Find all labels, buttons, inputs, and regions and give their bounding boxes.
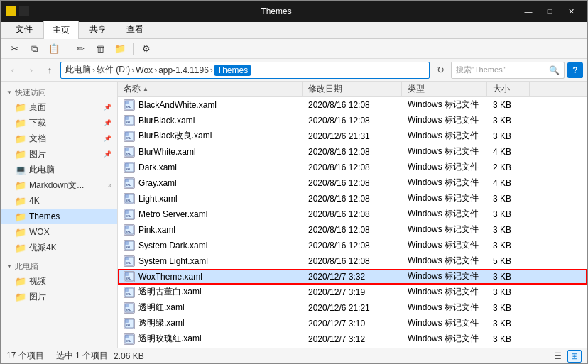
file-type-cell: Windows 标记文件 bbox=[402, 175, 487, 190]
file-name: WoxTheme.xaml bbox=[138, 272, 202, 282]
copy-button[interactable]: ⧉ bbox=[25, 41, 43, 57]
file-size-cell: 3 KB bbox=[487, 97, 530, 112]
table-row[interactable]: XML 透明古董白.xaml 2020/12/7 3:19 Windows 标记… bbox=[118, 285, 587, 300]
help-button[interactable]: ? bbox=[567, 62, 583, 78]
col-header-name[interactable]: 名称 ▲ bbox=[118, 82, 303, 96]
svg-rect-37 bbox=[125, 288, 129, 292]
table-row[interactable]: XML BlurBlack改良.xaml 2020/12/6 21:31 Win… bbox=[118, 128, 587, 144]
rename-button[interactable]: ✏ bbox=[71, 41, 89, 57]
file-name: BlackAndWhite.xaml bbox=[138, 100, 217, 110]
file-date-cell: 2020/8/16 12:08 bbox=[303, 113, 402, 128]
properties-button[interactable]: ⚙ bbox=[137, 41, 156, 57]
table-row[interactable]: XML BlackAndWhite.xaml 2020/8/16 12:08 W… bbox=[118, 97, 587, 113]
sidebar-item-youpaike[interactable]: 📁 优派4K bbox=[1, 240, 117, 255]
sidebar-item-video[interactable]: 📁 视频 bbox=[1, 273, 117, 289]
tab-home[interactable]: 主页 bbox=[43, 21, 79, 39]
tab-view[interactable]: 查看 bbox=[117, 20, 153, 38]
path-wox[interactable]: Wox bbox=[136, 65, 153, 75]
sort-arrow-icon: ▲ bbox=[143, 86, 148, 92]
sidebar-item-pics[interactable]: 📁 图片 bbox=[1, 289, 117, 304]
main-content: ▼ 快速访问 📁 桌面 📌 📁 下载 📌 📁 文档 📌 📁 图片 bbox=[1, 82, 587, 348]
refresh-button[interactable]: ↻ bbox=[432, 62, 448, 78]
sidebar-item-downloads[interactable]: 📁 下载 📌 bbox=[1, 115, 117, 131]
file-size-cell: 4 KB bbox=[487, 175, 530, 190]
toolbar-divider-2 bbox=[133, 43, 134, 55]
col-header-date[interactable]: 修改日期 bbox=[303, 82, 402, 96]
table-row[interactable]: XML 透明玫瑰红.xaml 2020/12/7 3:12 Windows 标记… bbox=[118, 331, 587, 347]
path-themes[interactable]: Themes bbox=[214, 65, 251, 76]
new-folder-button[interactable]: 📁 bbox=[111, 41, 129, 57]
file-size-cell: 3 KB bbox=[487, 238, 530, 253]
table-row[interactable]: XML Metro Server.xaml 2020/8/16 12:08 Wi… bbox=[118, 206, 587, 222]
search-icon[interactable]: 🔍 bbox=[549, 65, 560, 75]
file-name: Dark.xaml bbox=[138, 162, 177, 172]
file-name-cell: XML Metro Server.xaml bbox=[118, 206, 303, 221]
file-date-cell: 2020/8/16 12:08 bbox=[303, 238, 402, 253]
minimize-button[interactable]: — bbox=[518, 1, 539, 22]
table-row[interactable]: XML Light.xaml 2020/8/16 12:08 Windows 标… bbox=[118, 191, 587, 206]
file-name: BlurBlack改良.xaml bbox=[138, 130, 212, 142]
table-row[interactable]: XML WoxTheme.xaml 2020/12/7 3:32 Windows… bbox=[118, 269, 587, 285]
sidebar-item-themes[interactable]: 📁 Themes bbox=[1, 209, 117, 224]
sidebar-item-computer[interactable]: 💻 此电脑 bbox=[1, 162, 117, 177]
sidebar-item-4k[interactable]: 📁 4K bbox=[1, 193, 117, 209]
svg-rect-34 bbox=[125, 272, 129, 276]
sidebar-item-pictures[interactable]: 📁 图片 📌 bbox=[1, 146, 117, 162]
table-row[interactable]: XML Pink.xaml 2020/8/16 12:08 Windows 标记… bbox=[118, 222, 587, 238]
table-row[interactable]: XML System Light.xaml 2020/8/16 12:08 Wi… bbox=[118, 253, 587, 269]
window-controls: — □ ✕ bbox=[518, 1, 582, 22]
paste-button[interactable]: 📋 bbox=[45, 41, 63, 57]
col-scroll bbox=[530, 82, 541, 96]
svg-text:XML: XML bbox=[126, 152, 131, 155]
file-name: System Light.xaml bbox=[138, 256, 208, 266]
file-date-cell: 2020/12/6 21:31 bbox=[303, 128, 402, 143]
file-size-cell: 4 KB bbox=[487, 144, 530, 159]
cut-button[interactable]: ✂ bbox=[5, 41, 23, 57]
path-drive[interactable]: 软件 (D:) bbox=[97, 64, 130, 76]
table-row[interactable]: XML BlurBlack.xaml 2020/8/16 12:08 Windo… bbox=[118, 113, 587, 128]
xaml-file-icon: XML bbox=[124, 177, 135, 189]
back-button[interactable]: ‹ bbox=[5, 62, 21, 78]
table-row[interactable]: XML 透明红.xaml 2020/12/6 21:21 Windows 标记文… bbox=[118, 300, 587, 316]
file-size-cell: 3 KB bbox=[487, 331, 530, 346]
file-name-cell: XML 透明玫瑰红.xaml bbox=[118, 331, 303, 346]
forward-button[interactable]: › bbox=[23, 62, 39, 78]
xaml-file-icon: XML bbox=[124, 271, 135, 282]
table-row[interactable]: XML Dark.xaml 2020/8/16 12:08 Windows 标记… bbox=[118, 160, 587, 175]
sidebar-item-docs[interactable]: 📁 文档 📌 bbox=[1, 131, 117, 146]
toolbar-divider-1 bbox=[67, 43, 67, 55]
sidebar-item-desktop[interactable]: 📁 桌面 📌 bbox=[1, 99, 117, 115]
path-app[interactable]: app-1.4.1196 bbox=[158, 65, 209, 75]
path-computer[interactable]: 此电脑 bbox=[65, 64, 91, 76]
search-box[interactable]: 搜索"Themes" 🔍 bbox=[451, 62, 565, 79]
folder-icon: 📁 bbox=[15, 276, 26, 287]
details-view-button[interactable]: ☰ bbox=[550, 350, 565, 363]
col-header-type[interactable]: 类型 bbox=[402, 82, 487, 96]
file-name: Gray.xaml bbox=[138, 178, 177, 188]
col-header-size[interactable]: 大小 bbox=[487, 82, 530, 96]
table-row[interactable]: XML Gray.xaml 2020/8/16 12:08 Windows 标记… bbox=[118, 175, 587, 191]
svg-text:XML: XML bbox=[126, 308, 131, 311]
svg-rect-19 bbox=[125, 194, 129, 198]
file-date-cell: 2020/8/16 12:08 bbox=[303, 175, 402, 190]
table-row[interactable]: XML 透明绿.xaml 2020/12/7 3:10 Windows 标记文件… bbox=[118, 316, 587, 331]
maximize-button[interactable]: □ bbox=[539, 1, 560, 22]
file-name: 透明红.xaml bbox=[138, 302, 185, 314]
tab-file[interactable]: 文件 bbox=[6, 20, 42, 38]
close-button[interactable]: ✕ bbox=[560, 1, 582, 22]
delete-button[interactable]: 🗑 bbox=[91, 41, 109, 57]
table-row[interactable]: XML System Dark.xaml 2020/8/16 12:08 Win… bbox=[118, 238, 587, 253]
list-view-button[interactable]: ⊞ bbox=[567, 350, 582, 363]
svg-text:XML: XML bbox=[126, 324, 131, 327]
pin-icon: 📌 bbox=[104, 104, 111, 111]
table-row[interactable]: XML BlurWhite.xaml 2020/8/16 12:08 Windo… bbox=[118, 144, 587, 160]
tab-share[interactable]: 共享 bbox=[80, 20, 116, 38]
xaml-file-icon: XML bbox=[124, 99, 135, 111]
address-path[interactable]: 此电脑 › 软件 (D:) › Wox › app-1.4.1196 › The… bbox=[60, 62, 430, 79]
sidebar-item-markdown[interactable]: 📁 Markdown文... » bbox=[1, 177, 117, 193]
sidebar-item-wox[interactable]: 📁 WOX bbox=[1, 224, 117, 240]
file-name-cell: XML Light.xaml bbox=[118, 191, 303, 206]
up-button[interactable]: ↑ bbox=[42, 62, 58, 78]
folder-icon: 📁 bbox=[15, 180, 26, 191]
title-bar: Themes — □ ✕ bbox=[1, 1, 587, 22]
